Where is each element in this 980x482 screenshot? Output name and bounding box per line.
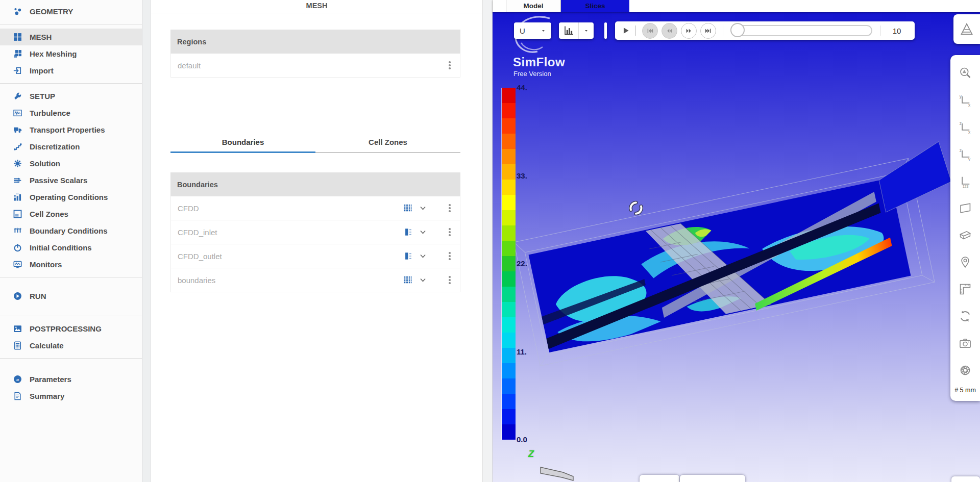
solution-icon (13, 159, 22, 168)
sidebar-item-cell-zones[interactable]: Cell Zones (0, 206, 142, 222)
sidebar-item-solution[interactable]: Solution (0, 155, 142, 172)
plane-icon (959, 201, 972, 215)
sidebar-item-setup[interactable]: SETUP (0, 88, 142, 105)
sidebar-item-operating-conditions[interactable]: Operating Conditions (0, 189, 142, 206)
bottom-panel-stub[interactable] (680, 475, 745, 482)
sidebar-item-label: GEOMETRY (30, 7, 73, 16)
bottom-panel-stub[interactable] (951, 476, 980, 482)
sidebar-item-label: Discretization (30, 142, 80, 151)
boundaries-rows: CFDDCFDD_inletCFDD_outletboundaries (170, 196, 460, 292)
viewport-canvas[interactable]: SimFlow Free Version U 10 yxzxzy123# 5 m… (493, 12, 980, 482)
skip-start-button[interactable] (642, 23, 658, 39)
sidebar-item-label: Parameters (30, 375, 71, 384)
sidebar-item-boundary-conditions[interactable]: Boundary Conditions (0, 222, 142, 239)
sidebar-item-postprocessing[interactable]: POSTPROCESSING (0, 320, 142, 337)
tab-boundaries[interactable]: Boundaries (170, 138, 315, 153)
sidebar-item-discretization[interactable]: Discretization (0, 138, 142, 155)
cell-size-label: # 5 mm (954, 387, 976, 394)
slider-handle[interactable] (730, 23, 745, 37)
region-row-default[interactable]: default (170, 54, 460, 78)
box-3d-button[interactable] (954, 221, 976, 248)
axis-zy-button[interactable]: zy (954, 140, 976, 167)
run-icon (13, 292, 22, 300)
svg-text:z: z (960, 148, 962, 153)
toolbar-separator (604, 22, 607, 39)
sidebar-item-turbulence[interactable]: Turbulence (0, 105, 142, 121)
kebab-menu-icon[interactable] (446, 202, 454, 214)
kebab-menu-icon[interactable] (446, 250, 454, 262)
boundary-row-cfdd-outlet[interactable]: CFDD_outlet (170, 244, 460, 268)
axis-yx-button[interactable]: yx (954, 86, 976, 113)
bottom-panel-stub[interactable] (640, 475, 679, 482)
sidebar-item-geometry[interactable]: GEOMETRY (0, 3, 142, 20)
sidebar-item-initial-conditions[interactable]: Initial Conditions (0, 239, 142, 256)
colorbar-segment (502, 409, 516, 424)
sidebar-item-summary[interactable]: Summary (0, 388, 142, 404)
sidebar-divider (0, 83, 142, 84)
cell-zones-icon (13, 210, 22, 218)
camera-button[interactable] (954, 329, 976, 357)
sidebar-item-mesh[interactable]: MESH (0, 29, 142, 45)
axis-123-button[interactable]: 123 (954, 167, 976, 194)
patch-type-icon (403, 251, 412, 261)
sidebar-item-hex-meshing[interactable]: Hex Meshing (0, 45, 142, 62)
regions-header: Regions (170, 30, 460, 54)
kebab-menu-icon[interactable] (446, 274, 454, 286)
boundary-row-boundaries[interactable]: boundaries (170, 268, 460, 292)
rewind-button[interactable] (662, 23, 677, 39)
refresh-icon (959, 310, 972, 323)
sidebar-item-run[interactable]: RUN (0, 288, 142, 305)
chevron-down-icon[interactable] (419, 252, 427, 260)
sidebar-item-parameters[interactable]: aParameters (0, 371, 142, 388)
sidebar-item-label: Import (30, 66, 54, 75)
kebab-menu-icon[interactable] (446, 226, 454, 238)
representation-button[interactable] (953, 14, 980, 44)
sidebar-item-import[interactable]: Import (0, 62, 142, 79)
calculate-icon (13, 341, 22, 350)
panel-scrollbar[interactable] (482, 0, 493, 482)
viewport-tab-model[interactable]: Model (506, 0, 561, 12)
chart-split-button[interactable] (559, 22, 594, 39)
mesh-icon (13, 33, 22, 41)
refresh-button[interactable] (954, 302, 976, 329)
frame-slider[interactable] (731, 25, 872, 36)
tab-cell-zones[interactable]: Cell Zones (315, 138, 460, 153)
chevron-down-icon[interactable] (419, 276, 427, 284)
colorbar-segment (502, 256, 516, 271)
plane-button[interactable] (954, 194, 976, 221)
axis-zx-button[interactable]: zx (954, 113, 976, 140)
play-button[interactable] (621, 26, 630, 35)
skip-end-button[interactable] (700, 23, 716, 39)
sidebar-item-monitors[interactable]: Monitors (0, 256, 142, 273)
chevron-down-icon[interactable] (419, 229, 427, 236)
field-selector-value: U (520, 27, 525, 35)
kebab-menu-icon[interactable] (446, 59, 454, 71)
sidebar-item-transport-properties[interactable]: Transport Properties (0, 121, 142, 138)
probe-pin-button[interactable] (954, 248, 976, 275)
mesh-type-icon (403, 275, 412, 285)
colorbar-segment (502, 134, 516, 149)
chevron-down-icon (541, 29, 546, 33)
colorbar-segment (502, 424, 516, 440)
frame-value[interactable]: 10 (885, 27, 909, 35)
colorbar-segment (502, 241, 516, 256)
sidebar-divider (0, 24, 142, 24)
chevron-down-icon[interactable] (419, 205, 427, 212)
field-selector-dropdown[interactable]: U (514, 22, 551, 39)
boundary-row-cfdd-inlet[interactable]: CFDD_inlet (170, 220, 460, 244)
sidebar-item-calculate[interactable]: Calculate (0, 337, 142, 354)
cfd-slice-render[interactable] (493, 12, 980, 482)
colorbar (501, 88, 516, 440)
colorbar-tick: 33. (517, 171, 527, 180)
histogram-icon (564, 25, 575, 36)
boundary-row-cfdd[interactable]: CFDD (170, 196, 460, 220)
viewport-tab-slices[interactable]: Slices (561, 0, 629, 12)
simflow-app: GEOMETRYMESHHex MeshingImportSETUPTurbul… (0, 0, 980, 482)
ruler-button[interactable] (954, 275, 976, 302)
regions-box: Regions default (170, 30, 460, 78)
sidebar-item-passive-scalars[interactable]: Passive Scalars (0, 172, 142, 189)
gear-ring-button[interactable] (954, 357, 976, 384)
zoom-fit-button[interactable] (954, 59, 976, 86)
forward-button[interactable] (681, 23, 697, 39)
sidebar-item-label: Solution (30, 159, 60, 168)
